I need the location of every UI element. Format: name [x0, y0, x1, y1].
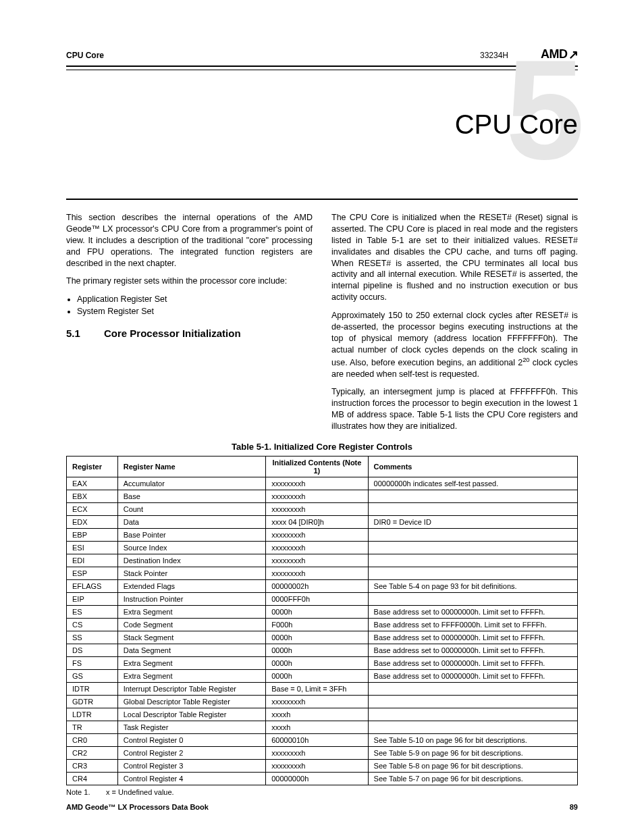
table-cell: Control Register 3: [117, 759, 266, 772]
table-cell: Extended Flags: [117, 579, 266, 592]
table-cell: [368, 592, 577, 605]
table-cell: Base: [117, 490, 266, 502]
table-cell: ESP: [67, 567, 118, 579]
table-cell: 0000h: [266, 669, 368, 682]
body-p1: This section describes the internal oper…: [66, 212, 313, 269]
table-cell: EFLAGS: [67, 579, 118, 592]
register-table: Register Register Name Initialized Conte…: [66, 456, 578, 785]
col-name: Register Name: [117, 456, 266, 477]
table-cell: ESI: [67, 541, 118, 554]
table-cell: EDX: [67, 515, 118, 528]
table-cell: [368, 721, 577, 733]
table-cell: Control Register 2: [117, 746, 266, 759]
chapter-title: CPU Core: [455, 109, 578, 140]
table-row: TRTask Registerxxxxh: [67, 721, 578, 733]
table-cell: Control Register 0: [117, 733, 266, 746]
note-label: Note 1.: [66, 788, 104, 796]
table-row: LDTRLocal Descriptor Table Registerxxxxh: [67, 708, 578, 721]
table-cell: EIP: [67, 592, 118, 605]
table-row: SSStack Segment0000hBase address set to …: [67, 631, 578, 644]
table-cell: Base address set to 00000000h. Limit set…: [368, 644, 577, 656]
table-cell: EAX: [67, 477, 118, 490]
table-row: CR0Control Register 060000010hSee Table …: [67, 733, 578, 746]
table-cell: Base address set to 00000000h. Limit set…: [368, 669, 577, 682]
table-cell: Data Segment: [117, 644, 266, 656]
table-cell: DS: [67, 644, 118, 656]
table-row: EDIDestination Indexxxxxxxxxh: [67, 554, 578, 567]
table-cell: 00000000h: [266, 772, 368, 785]
table-cell: [368, 528, 577, 541]
table-row: ESExtra Segment0000hBase address set to …: [67, 605, 578, 618]
body-bullet-list: Application Register Set System Register…: [77, 294, 313, 317]
table-cell: Local Descriptor Table Register: [117, 708, 266, 721]
section-title: Core Processor Initialization: [104, 328, 241, 339]
table-cell: Source Index: [117, 541, 266, 554]
footer-book: AMD Geode™ LX Processors Data Book: [66, 803, 209, 811]
table-header-row: Register Register Name Initialized Conte…: [67, 456, 578, 477]
table-cell: EBP: [67, 528, 118, 541]
table-cell: 0000h: [266, 656, 368, 669]
table-cell: [368, 708, 577, 721]
table-row: GSExtra Segment0000hBase address set to …: [67, 669, 578, 682]
table-cell: xxxxxxxxh: [266, 746, 368, 759]
table-cell: Task Register: [117, 721, 266, 733]
table-row: CR3Control Register 3xxxxxxxxhSee Table …: [67, 759, 578, 772]
table-cell: xxxxh: [266, 708, 368, 721]
chapter-rule: [66, 199, 578, 200]
table-cell: 0000h: [266, 605, 368, 618]
table-cell: GDTR: [67, 695, 118, 708]
col-init: Initialized Contents (Note 1): [266, 456, 368, 477]
table-cell: Base address set to 00000000h. Limit set…: [368, 605, 577, 618]
table-row: EBXBasexxxxxxxxh: [67, 490, 578, 502]
table-cell: See Table 5-7 on page 96 for bit descrip…: [368, 772, 577, 785]
list-item: System Register Set: [77, 306, 313, 317]
table-cell: See Table 5-9 on page 96 for bit descrip…: [368, 746, 577, 759]
table-cell: 00000002h: [266, 579, 368, 592]
table-row: ECXCountxxxxxxxxh: [67, 502, 578, 515]
header-docnum: 33234H: [480, 51, 508, 60]
table-cell: Global Descriptor Table Register: [117, 695, 266, 708]
table-row: ESISource Indexxxxxxxxxh: [67, 541, 578, 554]
table-cell: [368, 567, 577, 579]
body-p3: The CPU Core is initialized when the RES…: [331, 212, 578, 303]
table-cell: 60000010h: [266, 733, 368, 746]
table-cell: xxxxxxxxh: [266, 554, 368, 567]
table-cell: See Table 5-8 on page 96 for bit descrip…: [368, 759, 577, 772]
table-cell: Data: [117, 515, 266, 528]
table-cell: xxxxh: [266, 721, 368, 733]
table-cell: CS: [67, 618, 118, 631]
table-row: IDTRInterrupt Descriptor Table RegisterB…: [67, 682, 578, 695]
table-row: FSExtra Segment0000hBase address set to …: [67, 656, 578, 669]
body-p5: Typically, an intersegment jump is place…: [331, 386, 578, 432]
table-row: DSData Segment0000hBase address set to 0…: [67, 644, 578, 656]
table-cell: Base = 0, Limit = 3FFh: [266, 682, 368, 695]
table-cell: Accumulator: [117, 477, 266, 490]
table-cell: CR3: [67, 759, 118, 772]
page-footer: AMD Geode™ LX Processors Data Book 89: [66, 803, 578, 811]
table-cell: ECX: [67, 502, 118, 515]
table-row: CR2Control Register 2xxxxxxxxhSee Table …: [67, 746, 578, 759]
table-cell: 0000h: [266, 644, 368, 656]
header-section: CPU Core: [66, 51, 104, 60]
table-row: EIPInstruction Pointer0000FFF0h: [67, 592, 578, 605]
table-cell: [368, 682, 577, 695]
table-cell: Stack Segment: [117, 631, 266, 644]
table-cell: Instruction Pointer: [117, 592, 266, 605]
table-cell: [368, 695, 577, 708]
col-comments: Comments: [368, 456, 577, 477]
table-cell: 0000h: [266, 631, 368, 644]
table-cell: 0000FFF0h: [266, 592, 368, 605]
table-cell: Stack Pointer: [117, 567, 266, 579]
table-cell: [368, 554, 577, 567]
table-cell: CR2: [67, 746, 118, 759]
table-cell: xxxxxxxxh: [266, 502, 368, 515]
table-note: Note 1. x = Undefined value.: [66, 788, 578, 796]
table-cell: IDTR: [67, 682, 118, 695]
table-row: EAXAccumulatorxxxxxxxxh00000000h indicat…: [67, 477, 578, 490]
table-cell: xxxxxxxxh: [266, 541, 368, 554]
table-cell: 00000000h indicates self-test passed.: [368, 477, 577, 490]
table-cell: xxxxxxxxh: [266, 528, 368, 541]
table-cell: Extra Segment: [117, 605, 266, 618]
footer-page: 89: [570, 803, 578, 811]
table-cell: Extra Segment: [117, 669, 266, 682]
